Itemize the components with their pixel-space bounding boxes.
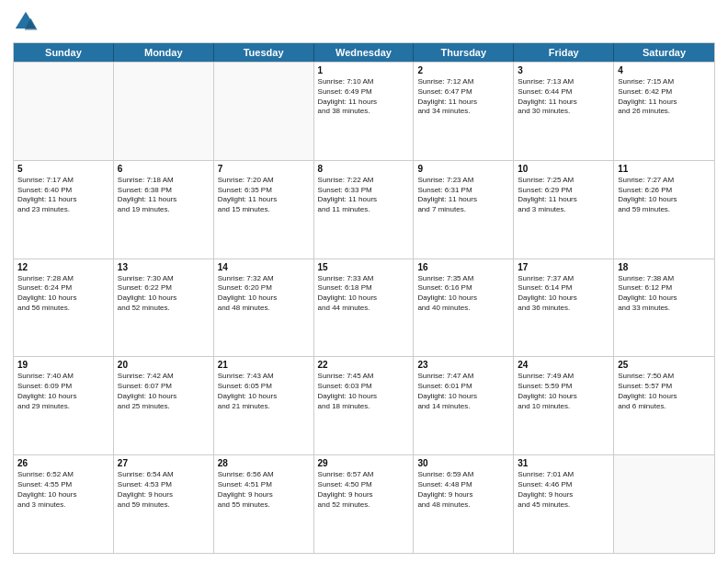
cell-info: Sunrise: 6:56 AM Sunset: 4:51 PM Dayligh… (218, 470, 310, 510)
cell-info: Sunrise: 7:50 AM Sunset: 5:57 PM Dayligh… (618, 372, 711, 411)
calendar-cell: 12Sunrise: 7:28 AM Sunset: 6:24 PM Dayli… (14, 259, 114, 357)
weekday-header-sunday: Sunday (14, 43, 114, 62)
calendar-cell: 13Sunrise: 7:30 AM Sunset: 6:22 PM Dayli… (114, 259, 214, 357)
cell-info: Sunrise: 7:47 AM Sunset: 6:01 PM Dayligh… (417, 372, 509, 411)
calendar-cell: 23Sunrise: 7:47 AM Sunset: 6:01 PM Dayli… (414, 357, 514, 454)
day-number: 7 (218, 164, 310, 174)
cell-info: Sunrise: 7:49 AM Sunset: 5:59 PM Dayligh… (518, 372, 609, 411)
day-number: 15 (318, 262, 410, 272)
calendar-cell: 7Sunrise: 7:20 AM Sunset: 6:35 PM Daylig… (214, 161, 314, 259)
calendar: SundayMondayTuesdayWednesdayThursdayFrid… (13, 42, 715, 554)
calendar-cell: 10Sunrise: 7:25 AM Sunset: 6:29 PM Dayli… (514, 161, 614, 259)
day-number: 5 (17, 164, 109, 174)
calendar-cell: 2Sunrise: 7:12 AM Sunset: 6:47 PM Daylig… (414, 63, 514, 160)
calendar-cell: 24Sunrise: 7:49 AM Sunset: 5:59 PM Dayli… (514, 357, 614, 454)
day-number: 27 (118, 458, 210, 468)
day-number: 28 (218, 458, 310, 468)
calendar-row-4: 26Sunrise: 6:52 AM Sunset: 4:55 PM Dayli… (14, 454, 714, 553)
header (13, 9, 715, 35)
calendar-cell: 4Sunrise: 7:15 AM Sunset: 6:42 PM Daylig… (614, 63, 714, 160)
cell-info: Sunrise: 7:17 AM Sunset: 6:40 PM Dayligh… (17, 176, 109, 215)
day-number: 30 (417, 458, 509, 468)
cell-info: Sunrise: 7:12 AM Sunset: 6:47 PM Dayligh… (417, 77, 509, 117)
day-number: 19 (17, 360, 109, 370)
cell-info: Sunrise: 7:45 AM Sunset: 6:03 PM Dayligh… (318, 372, 410, 411)
logo (13, 9, 42, 35)
calendar-header: SundayMondayTuesdayWednesdayThursdayFrid… (14, 43, 714, 62)
calendar-cell: 29Sunrise: 6:57 AM Sunset: 4:50 PM Dayli… (314, 455, 415, 553)
calendar-row-3: 19Sunrise: 7:40 AM Sunset: 6:09 PM Dayli… (14, 356, 714, 454)
cell-info: Sunrise: 7:27 AM Sunset: 6:26 PM Dayligh… (618, 176, 711, 215)
cell-info: Sunrise: 6:54 AM Sunset: 4:53 PM Dayligh… (118, 470, 210, 510)
calendar-row-0: 1Sunrise: 7:10 AM Sunset: 6:49 PM Daylig… (14, 62, 714, 160)
cell-info: Sunrise: 6:59 AM Sunset: 4:48 PM Dayligh… (417, 470, 509, 510)
day-number: 1 (318, 65, 410, 75)
calendar-cell: 1Sunrise: 7:10 AM Sunset: 6:49 PM Daylig… (314, 63, 415, 160)
day-number: 26 (17, 458, 109, 468)
day-number: 2 (417, 65, 509, 75)
day-number: 20 (118, 360, 210, 370)
calendar-cell (614, 455, 714, 553)
cell-info: Sunrise: 7:13 AM Sunset: 6:44 PM Dayligh… (518, 77, 609, 117)
day-number: 18 (618, 262, 711, 272)
cell-info: Sunrise: 7:15 AM Sunset: 6:42 PM Dayligh… (618, 77, 711, 117)
day-number: 13 (118, 262, 210, 272)
calendar-cell: 5Sunrise: 7:17 AM Sunset: 6:40 PM Daylig… (14, 161, 114, 259)
calendar-cell: 6Sunrise: 7:18 AM Sunset: 6:38 PM Daylig… (114, 161, 214, 259)
calendar-cell: 30Sunrise: 6:59 AM Sunset: 4:48 PM Dayli… (414, 455, 514, 553)
day-number: 10 (518, 164, 609, 174)
cell-info: Sunrise: 6:52 AM Sunset: 4:55 PM Dayligh… (17, 470, 109, 510)
calendar-cell: 11Sunrise: 7:27 AM Sunset: 6:26 PM Dayli… (614, 161, 714, 259)
weekday-header-monday: Monday (114, 43, 214, 62)
calendar-cell: 9Sunrise: 7:23 AM Sunset: 6:31 PM Daylig… (414, 161, 514, 259)
calendar-cell: 31Sunrise: 7:01 AM Sunset: 4:46 PM Dayli… (514, 455, 614, 553)
day-number: 8 (318, 164, 410, 174)
calendar-cell: 21Sunrise: 7:43 AM Sunset: 6:05 PM Dayli… (214, 357, 314, 454)
cell-info: Sunrise: 7:10 AM Sunset: 6:49 PM Dayligh… (318, 77, 410, 117)
day-number: 9 (417, 164, 509, 174)
calendar-cell: 19Sunrise: 7:40 AM Sunset: 6:09 PM Dayli… (14, 357, 114, 454)
calendar-cell: 26Sunrise: 6:52 AM Sunset: 4:55 PM Dayli… (14, 455, 114, 553)
day-number: 3 (518, 65, 609, 75)
calendar-cell (114, 63, 214, 160)
day-number: 22 (318, 360, 410, 370)
calendar-row-2: 12Sunrise: 7:28 AM Sunset: 6:24 PM Dayli… (14, 259, 714, 357)
cell-info: Sunrise: 7:32 AM Sunset: 6:20 PM Dayligh… (218, 274, 310, 314)
cell-info: Sunrise: 7:35 AM Sunset: 6:16 PM Dayligh… (417, 274, 509, 314)
calendar-cell: 22Sunrise: 7:45 AM Sunset: 6:03 PM Dayli… (314, 357, 415, 454)
calendar-cell: 16Sunrise: 7:35 AM Sunset: 6:16 PM Dayli… (414, 259, 514, 357)
day-number: 21 (218, 360, 310, 370)
calendar-cell: 15Sunrise: 7:33 AM Sunset: 6:18 PM Dayli… (314, 259, 415, 357)
day-number: 6 (118, 164, 210, 174)
day-number: 11 (618, 164, 711, 174)
cell-info: Sunrise: 7:37 AM Sunset: 6:14 PM Dayligh… (518, 274, 609, 314)
day-number: 24 (518, 360, 609, 370)
cell-info: Sunrise: 7:23 AM Sunset: 6:31 PM Dayligh… (417, 176, 509, 215)
cell-info: Sunrise: 7:20 AM Sunset: 6:35 PM Dayligh… (218, 176, 310, 215)
calendar-row-1: 5Sunrise: 7:17 AM Sunset: 6:40 PM Daylig… (14, 160, 714, 259)
cell-info: Sunrise: 7:25 AM Sunset: 6:29 PM Dayligh… (518, 176, 609, 215)
page: SundayMondayTuesdayWednesdayThursdayFrid… (0, 0, 728, 563)
weekday-header-tuesday: Tuesday (214, 43, 314, 62)
calendar-body: 1Sunrise: 7:10 AM Sunset: 6:49 PM Daylig… (14, 62, 714, 553)
cell-info: Sunrise: 7:22 AM Sunset: 6:33 PM Dayligh… (318, 176, 410, 215)
calendar-cell: 20Sunrise: 7:42 AM Sunset: 6:07 PM Dayli… (114, 357, 214, 454)
cell-info: Sunrise: 7:01 AM Sunset: 4:46 PM Dayligh… (518, 470, 609, 510)
day-number: 23 (417, 360, 509, 370)
cell-info: Sunrise: 7:33 AM Sunset: 6:18 PM Dayligh… (318, 274, 410, 314)
day-number: 16 (417, 262, 509, 272)
calendar-cell (14, 63, 114, 160)
calendar-cell: 8Sunrise: 7:22 AM Sunset: 6:33 PM Daylig… (314, 161, 415, 259)
weekday-header-thursday: Thursday (414, 43, 514, 62)
calendar-cell: 18Sunrise: 7:38 AM Sunset: 6:12 PM Dayli… (614, 259, 714, 357)
day-number: 25 (618, 360, 711, 370)
weekday-header-saturday: Saturday (614, 43, 714, 62)
cell-info: Sunrise: 7:18 AM Sunset: 6:38 PM Dayligh… (118, 176, 210, 215)
calendar-cell: 14Sunrise: 7:32 AM Sunset: 6:20 PM Dayli… (214, 259, 314, 357)
cell-info: Sunrise: 7:40 AM Sunset: 6:09 PM Dayligh… (17, 372, 109, 411)
calendar-cell (214, 63, 314, 160)
day-number: 17 (518, 262, 609, 272)
calendar-cell: 27Sunrise: 6:54 AM Sunset: 4:53 PM Dayli… (114, 455, 214, 553)
cell-info: Sunrise: 7:30 AM Sunset: 6:22 PM Dayligh… (118, 274, 210, 314)
day-number: 4 (618, 65, 711, 75)
